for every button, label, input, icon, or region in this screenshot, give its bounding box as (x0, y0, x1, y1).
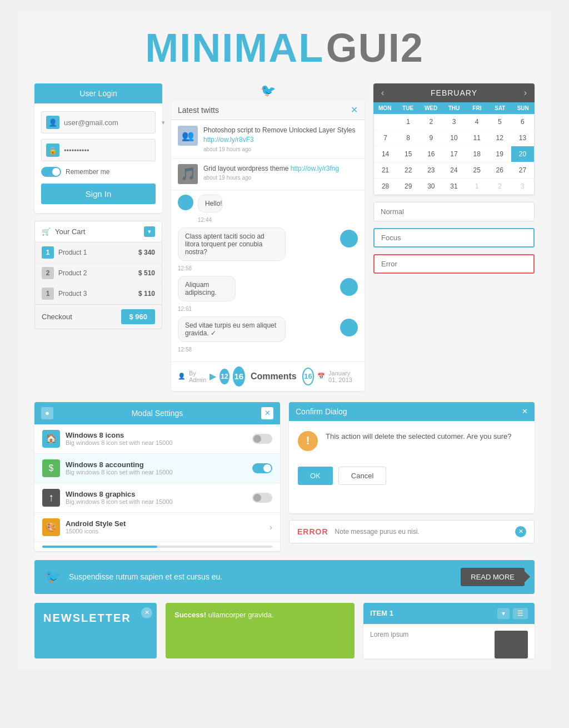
chevron-right-icon[interactable]: › (269, 523, 272, 532)
item-dropdown-btn[interactable]: ▾ (497, 608, 510, 619)
error-close-btn[interactable]: ✕ (515, 526, 526, 537)
toggle-off-3[interactable] (252, 493, 272, 503)
modal-item-4: 🎨 Android Style Set 15000 icons › (34, 513, 280, 542)
warn-icon: ! (298, 431, 318, 451)
confirm-close-btn[interactable]: ✕ (522, 407, 528, 415)
modal-item-icon-1: 🏠 (42, 430, 60, 448)
newsletter-widget: ✕ NEWSLETTER (34, 603, 157, 658)
right-dialogs: Confirm Dialog ✕ ! This action will dele… (289, 402, 535, 551)
modal-item-label-4: Android Style Set (66, 519, 264, 528)
chat-badge-right (340, 230, 358, 247)
cal-cell[interactable]: 2 (420, 114, 442, 130)
newsletter-close-btn[interactable]: ✕ (141, 607, 152, 618)
modal-item-icon-4: 🎨 (42, 518, 60, 536)
cal-cell[interactable]: 18 (466, 146, 488, 162)
email-input[interactable] (64, 118, 157, 127)
cal-cell[interactable]: 7 (374, 130, 397, 146)
modal-item-icon-3: ↑ (42, 489, 60, 507)
chat-bubble-1: Hello! (198, 195, 223, 212)
toggle-on-2[interactable] (252, 463, 272, 473)
cal-cell[interactable]: 16 (420, 146, 442, 162)
twitter-bird-icon: 🐦 (171, 83, 365, 98)
modal-item-control-3[interactable] (252, 493, 272, 503)
cart-dropdown-btn[interactable]: ▾ (144, 226, 155, 237)
cal-prev-btn[interactable]: ‹ (381, 88, 384, 98)
cal-cell[interactable]: 4 (466, 114, 488, 130)
cancel-button[interactable]: Cancel (338, 467, 386, 485)
cal-cell[interactable]: 30 (420, 179, 442, 195)
cal-cell[interactable]: 1 (397, 114, 420, 130)
cal-cell[interactable]: 12 (488, 130, 511, 146)
sign-in-button[interactable]: Sign In (41, 184, 156, 204)
cal-cell[interactable]: 2 (488, 179, 511, 195)
modal-expand-btn[interactable]: ● (41, 407, 53, 419)
modal-item-label-2: Windows 8 accounting (66, 460, 247, 469)
focus-input[interactable] (373, 228, 535, 247)
cal-cell[interactable]: 14 (374, 146, 397, 162)
cal-cell[interactable]: 13 (511, 130, 534, 146)
cal-cell[interactable]: 19 (488, 146, 511, 162)
twitter-banner-text: Suspendisse rutrum sapien et est cursus … (69, 572, 453, 581)
cal-cell-today[interactable]: 20 (511, 146, 534, 162)
modal-item-control-1[interactable] (252, 434, 272, 444)
password-field-wrapper[interactable]: 🔒 (41, 139, 156, 161)
cal-cell[interactable]: 9 (420, 130, 442, 146)
cal-cell[interactable]: 17 (442, 146, 465, 162)
cal-cell[interactable]: 28 (374, 179, 397, 195)
cal-cell[interactable]: 22 (397, 162, 420, 179)
modal-item-control-4[interactable]: › (269, 523, 272, 532)
modal-item-desc-2: Big windows 8 icon set with near 15000 (66, 469, 247, 476)
twitter-close-btn[interactable]: ✕ (351, 105, 358, 115)
cal-next-btn[interactable]: › (524, 88, 527, 98)
twitter-avatar-1: 👥 (178, 126, 198, 146)
cal-cell[interactable]: 23 (420, 162, 442, 179)
cal-cell[interactable]: 21 (374, 162, 397, 179)
normal-input[interactable] (373, 202, 535, 221)
item-menu-btn[interactable]: ☰ (513, 608, 528, 619)
ok-button[interactable]: OK (298, 467, 333, 485)
twitter-item-1: 👥 Photoshop script to Remove Unlocked La… (171, 120, 365, 159)
cal-cell[interactable]: 26 (488, 162, 511, 179)
modal-settings-panel: ● Modal Settings ✕ 🏠 Windows 8 icons Big… (34, 402, 280, 551)
cal-cell[interactable]: 24 (442, 162, 465, 179)
modal-close-btn[interactable]: ✕ (261, 407, 273, 419)
cal-cell[interactable]: 3 (511, 179, 534, 195)
cal-cell[interactable]: 1 (466, 179, 488, 195)
cal-cell[interactable]: 5 (488, 114, 511, 130)
success-label: Success! (174, 611, 206, 619)
cal-cell[interactable]: 29 (397, 179, 420, 195)
error-message-bar: ERROR Note message purus eu nisi. ✕ (289, 520, 535, 543)
cart-items-list: 1 Product 1 $ 340 2 Product 2 $ 510 1 Pr… (34, 242, 162, 329)
modal-item-desc-1: Big windows 8 icon set with near 15000 (66, 439, 247, 446)
chat-msg-4: Sed vitae turpis eu sem aliquet gravida.… (178, 316, 313, 353)
cal-day-thu: THU (442, 102, 465, 114)
email-field-wrapper[interactable]: 👤 ▾ (41, 111, 156, 133)
password-input[interactable] (64, 146, 157, 155)
cal-day-sun: SUN (512, 102, 535, 114)
cal-cell[interactable]: 25 (466, 162, 488, 179)
cart-item: 1 Product 1 $ 340 (35, 242, 162, 263)
modal-item-label-3: Windows 8 graphics (66, 490, 247, 498)
read-more-button[interactable]: READ MORE (461, 568, 525, 586)
item-widget: ITEM 1 ▾ ☰ Lorem ipsum (363, 603, 535, 658)
cal-cell[interactable] (374, 114, 397, 130)
cal-cell[interactable]: 27 (511, 162, 534, 179)
cal-cell[interactable]: 10 (442, 130, 465, 146)
comments-outline-badge: 16 (302, 368, 314, 385)
modal-item-control-2[interactable] (252, 463, 272, 473)
remember-label: Remember me (66, 168, 109, 176)
cal-cell[interactable]: 31 (442, 179, 465, 195)
cal-cell[interactable]: 15 (397, 146, 420, 162)
remember-toggle[interactable] (41, 167, 61, 177)
cal-cell[interactable]: 11 (466, 130, 488, 146)
item-body: Lorem ipsum (363, 624, 535, 645)
twitter-time-2: about 19 hours ago (203, 175, 339, 181)
toggle-off-1[interactable] (252, 434, 272, 444)
checkout-total[interactable]: $ 960 (121, 309, 155, 324)
cal-cell[interactable]: 8 (397, 130, 420, 146)
cal-cell[interactable]: 6 (511, 114, 534, 130)
modal-scrollbar[interactable] (42, 546, 272, 548)
modal-item-text-4: Android Style Set 15000 icons (66, 519, 264, 534)
cal-cell[interactable]: 3 (442, 114, 465, 130)
error-input[interactable] (373, 254, 535, 274)
